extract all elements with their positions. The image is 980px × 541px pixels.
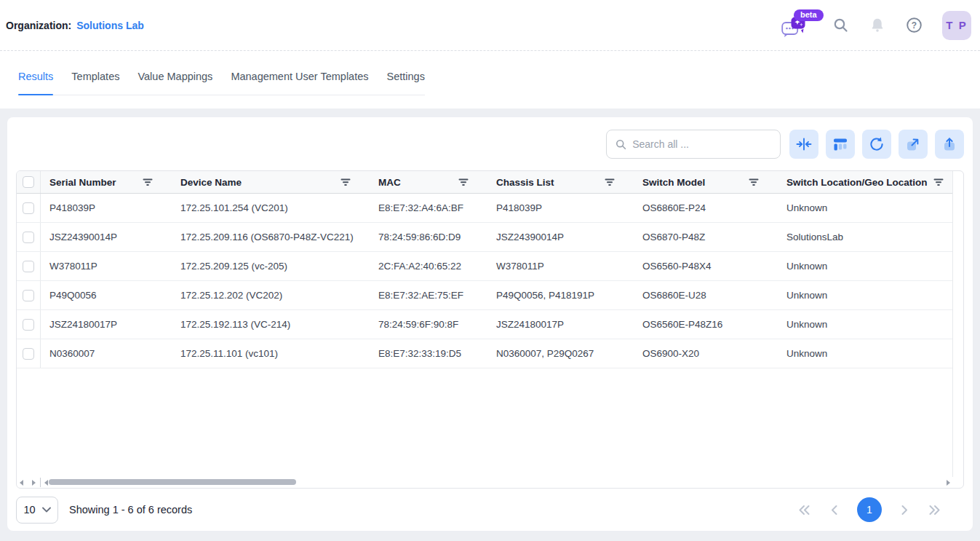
scroll-left-icon[interactable] — [20, 480, 23, 486]
scrollbar-divider — [40, 478, 41, 487]
beta-badge: beta — [794, 9, 824, 21]
table-cell: N0360007 — [41, 339, 172, 368]
row-checkbox[interactable] — [23, 319, 34, 331]
column-header[interactable]: Switch Model — [634, 171, 778, 193]
table-toolbar — [16, 130, 964, 159]
filter-icon[interactable] — [749, 178, 759, 186]
filter-icon[interactable] — [605, 178, 615, 186]
table-cell: JSZ24180017P — [487, 310, 634, 339]
table-cell: 172.25.101.254 (VC201) — [172, 194, 370, 222]
row-checkbox[interactable] — [23, 261, 34, 272]
table-cell: P418039P — [41, 194, 172, 222]
arrow-up-right-icon — [905, 136, 921, 152]
help-button[interactable]: ? — [905, 16, 923, 34]
results-table: Serial NumberDevice NameMACChassis ListS… — [16, 170, 964, 489]
table-row[interactable]: N0360007172.25.11.101 (vc101)E8:E7:32:33… — [17, 339, 952, 368]
table-cell: 172.25.192.113 (VC-214) — [172, 310, 370, 339]
row-select-cell — [17, 194, 41, 222]
table-row[interactable]: JSZ24180017P172.25.192.113 (VC-214)78:24… — [17, 310, 952, 339]
notifications-button[interactable] — [869, 17, 886, 34]
table-cell: OS6560E-P48Z16 — [634, 310, 778, 339]
tab-settings[interactable]: Settings — [387, 71, 425, 95]
tab-results[interactable]: Results — [18, 71, 53, 95]
table-cell: 78:24:59:86:6D:D9 — [370, 223, 487, 251]
next-page-button[interactable] — [899, 503, 909, 517]
table-cell: E8:E7:32:33:19:D5 — [370, 339, 487, 368]
organization-label-group: Organization: Solutions Lab — [6, 20, 144, 31]
table-row[interactable]: JSZ24390014P172.25.209.116 (OS6870-P48Z-… — [17, 223, 952, 252]
double-chevron-left-icon — [798, 505, 810, 516]
row-checkbox[interactable] — [23, 202, 34, 214]
table-cell: 2C:FA:A2:40:65:22 — [370, 252, 487, 280]
table-cell: W378011P — [41, 252, 172, 280]
filter-icon[interactable] — [933, 178, 944, 186]
table-cell: OS6560-P48X4 — [634, 252, 778, 280]
ai-assistant-button[interactable]: beta — [781, 16, 813, 41]
tab-list: ResultsTemplatesValue MappingsManagement… — [18, 71, 425, 95]
previous-page-button[interactable] — [829, 503, 840, 517]
table-row[interactable]: P418039P172.25.101.254 (VC201)E8:E7:32:A… — [17, 194, 952, 223]
chevron-left-icon — [831, 505, 838, 516]
table-body: P418039P172.25.101.254 (VC201)E8:E7:32:A… — [17, 194, 952, 368]
table-cell: OS6860E-P24 — [634, 194, 778, 222]
table-scroll-area: Serial NumberDevice NameMACChassis ListS… — [17, 171, 953, 477]
horizontal-scrollbar — [17, 477, 963, 488]
manage-columns-button[interactable] — [826, 130, 855, 159]
export-button[interactable] — [899, 130, 928, 159]
main-area: Serial NumberDevice NameMACChassis ListS… — [0, 108, 980, 541]
table-row[interactable]: W378011P172.25.209.125 (vc-205)2C:FA:A2:… — [17, 252, 952, 281]
global-search-button[interactable] — [832, 17, 850, 34]
refresh-button[interactable] — [862, 130, 891, 159]
column-header[interactable]: Chassis List — [487, 171, 634, 193]
collapse-columns-button[interactable] — [789, 130, 818, 159]
upload-button[interactable] — [935, 130, 964, 159]
filter-icon[interactable] — [458, 178, 469, 186]
filter-icon[interactable] — [143, 178, 153, 186]
table-cell: Unknown — [778, 339, 952, 368]
page-size-value: 10 — [23, 504, 35, 516]
column-label: MAC — [378, 177, 401, 188]
row-select-cell — [17, 252, 41, 280]
tab-management-user-templates[interactable]: Management User Templates — [231, 71, 368, 95]
row-checkbox[interactable] — [23, 348, 34, 360]
columns-icon — [832, 136, 848, 152]
column-header[interactable]: Switch Location/Geo Location — [778, 171, 952, 193]
last-page-button[interactable] — [927, 503, 942, 517]
select-all-checkbox[interactable] — [23, 176, 34, 188]
row-checkbox[interactable] — [23, 232, 34, 243]
table-header-row: Serial NumberDevice NameMACChassis ListS… — [17, 171, 952, 194]
tab-value-mappings[interactable]: Value Mappings — [138, 71, 212, 95]
row-select-cell — [17, 339, 41, 368]
column-header[interactable]: MAC — [370, 171, 487, 193]
row-select-cell — [17, 223, 41, 251]
row-select-cell — [17, 281, 41, 309]
table-cell: 172.25.11.101 (vc101) — [172, 339, 370, 368]
column-header[interactable]: Device Name — [172, 171, 370, 193]
filter-icon[interactable] — [340, 178, 351, 186]
page-1-button[interactable]: 1 — [857, 497, 882, 522]
first-page-button[interactable] — [797, 503, 812, 517]
table-cell: 172.25.209.116 (OS6870-P48Z-VC221) — [172, 223, 370, 251]
user-avatar[interactable]: T P — [942, 11, 971, 40]
page-size-select[interactable]: 10 — [16, 497, 58, 524]
table-cell: W378011P — [487, 252, 634, 280]
table-cell: 172.25.209.125 (vc-205) — [172, 252, 370, 280]
chevron-down-icon — [42, 507, 51, 513]
table-row[interactable]: P49Q0056172.25.12.202 (VC202)E8:E7:32:AE… — [17, 281, 952, 310]
scroll-right-icon[interactable] — [32, 480, 36, 486]
organization-name-link[interactable]: Solutions Lab — [76, 20, 144, 31]
table-cell: Unknown — [778, 310, 952, 339]
column-header[interactable]: Serial Number — [41, 171, 172, 193]
search-icon — [832, 17, 850, 34]
tab-templates[interactable]: Templates — [71, 71, 119, 95]
table-cell: 78:24:59:6F:90:8F — [370, 310, 487, 339]
collapse-horizontal-icon — [796, 136, 812, 152]
column-label: Chassis List — [496, 177, 554, 188]
row-checkbox[interactable] — [23, 290, 34, 301]
table-cell: Unknown — [778, 194, 952, 222]
scroll-right-icon[interactable] — [947, 480, 950, 486]
scrollbar-thumb[interactable] — [49, 479, 296, 485]
top-header-bar: Organization: Solutions Lab beta — [0, 0, 980, 51]
scroll-left-icon[interactable] — [44, 480, 48, 486]
search-input[interactable] — [632, 138, 771, 150]
